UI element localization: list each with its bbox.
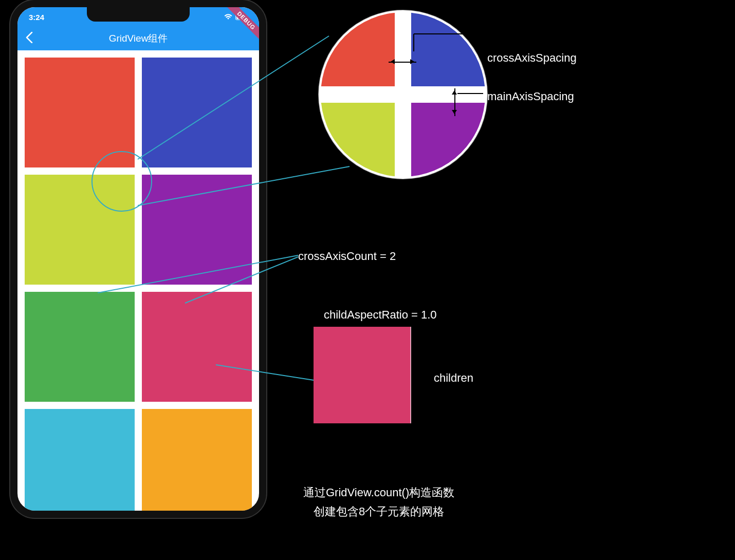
grid-tile[interactable]	[142, 58, 252, 167]
grid-tile[interactable]	[25, 409, 135, 518]
child-sample-tile	[314, 327, 411, 423]
grid-tile[interactable]	[142, 175, 252, 285]
magnifier-grid	[321, 12, 485, 177]
app-title: GridView组件	[109, 32, 168, 45]
magnifier-lens	[319, 10, 487, 179]
grid-tile[interactable]	[142, 292, 252, 402]
grid-tile[interactable]	[142, 409, 252, 518]
label-note: 通过GridView.count()构造函数 创建包含8个子元素的网格	[303, 483, 454, 521]
grid-tile[interactable]	[25, 292, 135, 402]
label-childaspectratio: childAspectRatio = 1.0	[324, 308, 437, 322]
status-time: 3:24	[29, 13, 44, 22]
label-crossaxiscount: crossAxisCount = 2	[298, 250, 396, 263]
wifi-icon	[224, 13, 232, 22]
grid-view[interactable]	[17, 50, 259, 518]
back-button[interactable]	[23, 32, 36, 45]
label-mainaxisspacing: mainAxisSpacing	[487, 90, 574, 103]
phone-mockup: DEBUG 3:24 GridView组件	[10, 0, 266, 518]
phone-notch	[87, 7, 190, 22]
app-bar: GridView组件	[17, 27, 259, 50]
callout-circle	[91, 151, 152, 212]
label-children: children	[434, 371, 473, 385]
label-crossaxisspacing: crossAxisSpacing	[487, 51, 577, 65]
